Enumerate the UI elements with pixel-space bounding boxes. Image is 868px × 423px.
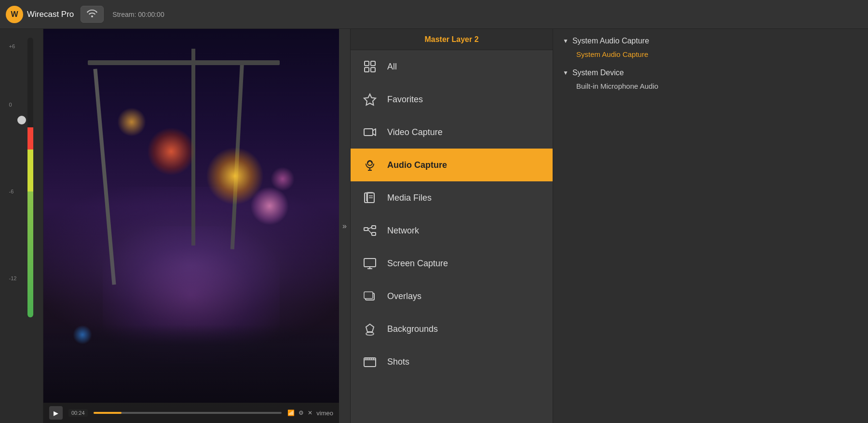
source-group-header-system-device: ▼ System Device [563, 68, 858, 77]
svg-rect-0 [365, 61, 369, 66]
menu-items-list: All Favorites Video C [351, 50, 553, 423]
menu-header-title: Master Layer 2 [424, 35, 478, 44]
menu-item-audio-capture-label: Audio Capture [387, 160, 447, 170]
menu-item-video-capture[interactable]: Video Capture [351, 116, 553, 149]
source-item-built-in-mic[interactable]: Built-in Microphone Audio [563, 80, 858, 91]
svg-marker-24 [366, 324, 374, 332]
truss-horizontal [88, 60, 280, 65]
vol-mark-minus6: -6 [9, 189, 14, 194]
source-item-name-system-audio: System Audio Capture [576, 50, 648, 58]
menu-item-screen-capture-label: Screen Capture [387, 259, 448, 269]
menu-item-video-capture-label: Video Capture [387, 127, 443, 137]
volume-slider[interactable] [17, 116, 26, 124]
menu-header: Master Layer 2 [351, 29, 553, 50]
menu-item-shots[interactable]: Shots [351, 345, 553, 378]
svg-rect-16 [372, 232, 376, 235]
video-icon [362, 124, 378, 140]
menu-item-shots-label: Shots [387, 357, 409, 367]
vol-mark-0: 0 [9, 102, 12, 108]
menu-item-network[interactable]: Network [351, 214, 553, 247]
source-group-system-device: ▼ System Device Built-in Microphone Audi… [563, 68, 858, 91]
close-icon[interactable]: ✕ [308, 409, 312, 416]
svg-marker-4 [364, 94, 376, 105]
collapse-icon-system-audio[interactable]: ▼ [563, 38, 569, 44]
playback-bar: ▶ 00:24 📶 ⚙ ✕ vimeo [43, 403, 339, 423]
time-display: 00:24 [68, 409, 88, 417]
svg-rect-5 [364, 129, 373, 136]
progress-bar[interactable] [94, 412, 282, 414]
media-files-icon [362, 190, 378, 205]
screen-capture-icon [362, 256, 378, 271]
vimeo-label: vimeo [316, 409, 333, 417]
app-title: Wirecast Pro [27, 10, 74, 19]
source-group-header-system-audio: ▼ System Audio Capture [563, 37, 858, 45]
menu-item-audio-capture[interactable]: Audio Capture [351, 149, 553, 181]
stage-light-2 [147, 127, 195, 176]
menu-item-all-label: All [387, 62, 397, 72]
concert-background [43, 29, 339, 423]
audio-icon [362, 157, 378, 173]
shots-icon [362, 354, 378, 369]
preview-area: ▶ 00:24 📶 ⚙ ✕ vimeo [43, 29, 339, 423]
menu-item-overlays-label: Overlays [387, 291, 421, 301]
menu-item-media-files-label: Media Files [387, 193, 432, 203]
source-group-system-audio: ▼ System Audio Capture System Audio Capt… [563, 37, 858, 59]
source-group-title-system-device: System Device [572, 68, 624, 77]
vol-track [27, 38, 33, 317]
logo-area: W Wirecast Pro [6, 6, 74, 23]
svg-rect-14 [364, 228, 368, 231]
overlays-icon [362, 288, 378, 304]
svg-rect-1 [371, 61, 375, 66]
settings-icon[interactable]: ⚙ [298, 409, 304, 416]
chevron-right-icon: » [342, 222, 347, 231]
svg-rect-2 [365, 68, 369, 72]
svg-rect-15 [372, 226, 376, 229]
svg-rect-23 [364, 292, 373, 299]
status-icons: 📶 ⚙ ✕ vimeo [287, 409, 333, 417]
menu-item-all[interactable]: All [351, 50, 553, 83]
menu-item-favorites-label: Favorites [387, 95, 423, 105]
vol-red [27, 127, 33, 150]
svg-line-17 [368, 227, 372, 229]
wifi-button[interactable] [81, 6, 104, 23]
menu-item-backgrounds[interactable]: Backgrounds [351, 313, 553, 345]
top-bar: W Wirecast Pro Stream: 00:00:00 [0, 0, 868, 29]
stage-light-3 [250, 187, 289, 225]
collapse-icon-system-device[interactable]: ▼ [563, 69, 569, 76]
grid-icon [362, 59, 378, 74]
menu-item-network-label: Network [387, 226, 419, 236]
menu-item-media-files[interactable]: Media Files [351, 181, 553, 214]
source-item-system-audio[interactable]: System Audio Capture [563, 48, 858, 59]
menu-item-overlays[interactable]: Overlays [351, 280, 553, 313]
collapse-panel-button[interactable]: » [339, 29, 351, 423]
star-icon [362, 92, 378, 107]
source-item-name-built-in-mic: Built-in Microphone Audio [576, 82, 658, 90]
svg-rect-19 [364, 259, 376, 267]
svg-line-18 [368, 230, 372, 234]
volume-panel: +6 0 -6 -12 [0, 29, 43, 423]
stream-info: Stream: 00:00:00 [112, 11, 164, 18]
app-logo: W [6, 6, 23, 23]
menu-item-favorites[interactable]: Favorites [351, 83, 553, 116]
svg-rect-3 [371, 68, 375, 72]
main-layout: +6 0 -6 -12 [0, 29, 868, 423]
vol-mark-minus12: -12 [9, 275, 17, 281]
vol-yellow [27, 150, 33, 191]
svg-point-25 [366, 332, 374, 335]
light-blue [73, 325, 92, 344]
sources-panel: ▼ System Audio Capture System Audio Capt… [553, 29, 868, 423]
vol-green [27, 191, 33, 317]
source-menu: Master Layer 2 All [351, 29, 553, 423]
network-icon [362, 223, 378, 238]
play-button[interactable]: ▶ [49, 406, 63, 420]
backgrounds-icon [362, 321, 378, 337]
progress-fill [94, 412, 122, 414]
preview-image [43, 29, 339, 423]
vol-mark-plus6: +6 [9, 43, 15, 49]
light-pink [271, 167, 295, 191]
source-group-title-system-audio: System Audio Capture [572, 37, 649, 45]
signal-icon: 📶 [287, 409, 295, 416]
menu-item-screen-capture[interactable]: Screen Capture [351, 247, 553, 280]
menu-item-backgrounds-label: Backgrounds [387, 324, 438, 334]
